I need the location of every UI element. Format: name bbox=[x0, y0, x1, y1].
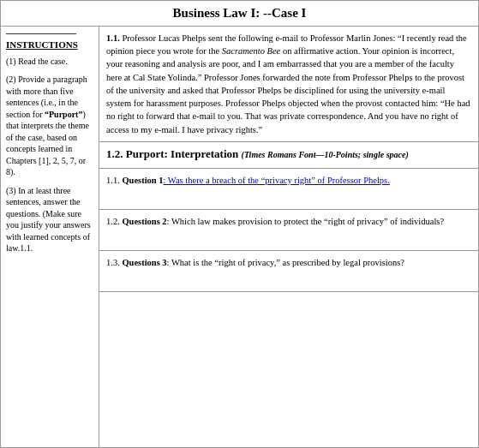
sidebar: INSTRUCTIONS (1) Read the case. (2) Prov… bbox=[1, 27, 99, 447]
main-content: INSTRUCTIONS (1) Read the case. (2) Prov… bbox=[1, 27, 478, 447]
purport-section: 1.2. Purport: Interpretation (Times Roma… bbox=[99, 142, 478, 169]
purport-bold: “Purport” bbox=[45, 110, 82, 119]
purport-title-text: Purport: Interpretation bbox=[126, 147, 239, 160]
instruction-3-text: (3) In at least three sentences, answer … bbox=[6, 186, 91, 254]
instructions-label: INSTRUCTIONS bbox=[6, 39, 93, 51]
sacramento-bee: Sacramento Bee bbox=[222, 46, 281, 56]
case-section: 1.1. Professor Lucas Phelps sent the fol… bbox=[99, 27, 478, 142]
question-1-section: 1.1. Question 1: Was there a breach of t… bbox=[99, 169, 478, 210]
purport-number: 1.2. bbox=[106, 147, 123, 160]
instruction-1-text: (1) Read the case. bbox=[6, 57, 68, 66]
question-2-section: 1.2. Questions 2: Which law makes provis… bbox=[99, 210, 478, 251]
question-2-text: : Which law makes provision to protect t… bbox=[167, 217, 444, 226]
purport-title: 1.2. Purport: Interpretation (Times Roma… bbox=[106, 147, 471, 161]
right-content: 1.1. Professor Lucas Phelps sent the fol… bbox=[99, 27, 478, 447]
page-container: Business Law I: --Case I INSTRUCTIONS (1… bbox=[0, 0, 479, 448]
question-1-number: 1.1. bbox=[106, 176, 120, 185]
purport-subtitle: (Times Romans Font—10-Points; single spa… bbox=[242, 150, 409, 159]
question-1-label: Question 1 bbox=[122, 176, 163, 185]
question-1-text: : Was there a breach of the “privacy rig… bbox=[164, 176, 390, 185]
case-number: 1.1. bbox=[106, 33, 120, 43]
page-title: Business Law I: --Case I bbox=[1, 1, 478, 27]
sidebar-divider bbox=[6, 33, 76, 34]
sidebar-instruction-1: (1) Read the case. bbox=[6, 56, 93, 68]
sidebar-instruction-3: (3) In at least three sentences, answer … bbox=[6, 185, 93, 254]
question-3-number: 1.3. bbox=[106, 258, 120, 267]
question-3-label: Questions 3 bbox=[122, 258, 166, 267]
question-2-label: Questions 2 bbox=[122, 217, 166, 226]
question-3-text: : What is the “right of privacy,” as pre… bbox=[167, 258, 404, 267]
sidebar-instruction-2: (2) Provide a paragraph with more than f… bbox=[6, 74, 93, 178]
question-2-number: 1.2. bbox=[106, 217, 120, 226]
question-3-section: 1.3. Questions 3: What is the “right of … bbox=[99, 251, 478, 292]
